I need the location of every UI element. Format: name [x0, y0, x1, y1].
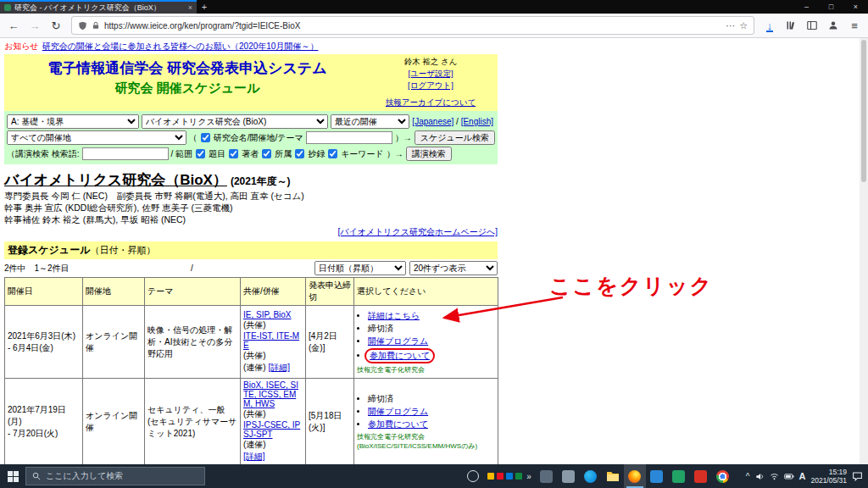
quick-launch-icon-3[interactable]: [506, 473, 513, 480]
app-icon-1[interactable]: [536, 464, 558, 488]
venue-select[interactable]: すべての開催地: [7, 130, 186, 145]
forward-button[interactable]: →: [25, 16, 44, 35]
checkbox-title[interactable]: [196, 149, 205, 158]
paperless-note: 技報完全電子化研究会 (BioX/ISEC/SITE/ICSS/EMM/HWSの…: [357, 432, 495, 451]
committee-line-3: 幹事補佐 鈴木 裕之 (群馬大), 早坂 昭裕 (NEC): [4, 214, 498, 225]
lang-japanese-link[interactable]: [Japanese]: [412, 117, 453, 126]
quick-launch-icon-1[interactable]: [487, 473, 494, 480]
address-bar[interactable]: https://www.ieice.org/ken/program/?tgid=…: [71, 16, 754, 35]
name-filter-checkbox[interactable]: [201, 133, 210, 142]
event-theme: セキュリティ、一般 (セキュリティサマーサミット2021): [145, 379, 241, 465]
submission-deadline: [4月2日(金)]: [306, 306, 354, 379]
shield-icon[interactable]: [78, 21, 87, 30]
group-homepage-link[interactable]: [バイオメトリクス研究会ホームページへ]: [337, 227, 498, 236]
menu-button[interactable]: ≡: [845, 16, 864, 35]
page-actions-icon[interactable]: ⋯: [726, 20, 735, 31]
network-icon[interactable]: [770, 472, 779, 481]
recent-select[interactable]: 最近の開催: [331, 114, 410, 129]
taskbar-clock[interactable]: 15:19 2021/05/31: [810, 468, 847, 485]
window-close-button[interactable]: ×: [843, 0, 868, 14]
app-icon-green[interactable]: [668, 464, 690, 488]
schedule-section-title: 登録スケジュール: [8, 244, 90, 256]
joint-societies-link[interactable]: ITE-IST, ITE-ME: [243, 331, 303, 350]
joint-detail-link[interactable]: [詳細]: [268, 363, 290, 372]
joint-note: (共催): [243, 319, 303, 331]
url-text[interactable]: https://www.ieice.org/ken/program/?tgid=…: [104, 21, 721, 30]
schedule-search-button[interactable]: スケジュール検索: [415, 130, 495, 145]
ime-indicator[interactable]: A: [799, 471, 806, 481]
chrome-icon[interactable]: [712, 464, 734, 488]
taskbar-search-placeholder: ここに入力して検索: [46, 470, 123, 482]
category-select[interactable]: A: 基礎・境界: [7, 114, 139, 129]
back-button[interactable]: ←: [4, 16, 23, 35]
society-select[interactable]: バイオメトリクス研究会 (BioX): [142, 114, 328, 129]
logout-link[interactable]: [ログアウト]: [408, 80, 453, 92]
reload-button[interactable]: ↻: [47, 16, 65, 35]
window-maximize-button[interactable]: □: [819, 0, 843, 14]
start-button[interactable]: [0, 464, 25, 488]
checkbox-title-label: 題目: [209, 148, 225, 160]
taskbar-search[interactable]: ここに入力して検索: [25, 467, 205, 485]
program-link[interactable]: 開催プログラム: [368, 407, 428, 416]
sort-select[interactable]: 日付順（昇順）: [314, 261, 406, 275]
details-link[interactable]: 詳細はこちら: [368, 311, 420, 320]
participation-fee-link[interactable]: 参加費について: [368, 419, 428, 429]
joint-societies-link[interactable]: BioX, ISEC, SITE, ICSS, EMM, HWS: [243, 380, 303, 408]
library-icon[interactable]: [782, 16, 800, 35]
notice-link[interactable]: 研究会の開催と会場に参加される皆様へのお願い（2020年10月開催～）: [42, 42, 319, 51]
schedule-sort-order: （日付・昇順）: [90, 245, 155, 255]
checkbox-author[interactable]: [229, 149, 238, 158]
per-page-select[interactable]: 20件ずつ表示: [409, 261, 498, 275]
browser-tab[interactable]: 研究会 - バイオメトリクス研究会（BioX） ×: [0, 0, 197, 14]
user-settings-link[interactable]: [ユーザ設定]: [408, 69, 453, 80]
window-minimize-button[interactable]: –: [794, 0, 819, 14]
column-header-select: 選択してください: [354, 278, 498, 306]
bookmark-star-icon[interactable]: ☆: [739, 20, 748, 31]
app-icon-red[interactable]: [690, 464, 712, 488]
range-label: / 範囲: [171, 148, 193, 160]
deadline-closed-label: 締切済: [368, 394, 393, 403]
participation-fee-link[interactable]: 参加費について: [370, 351, 430, 360]
checkbox-affiliation[interactable]: [262, 149, 271, 158]
quick-launch-icon-2[interactable]: [497, 473, 504, 480]
toolbar-overflow-chevron[interactable]: »: [526, 472, 531, 481]
schedule-keyword-input[interactable]: [306, 131, 392, 144]
talk-search-button[interactable]: 講演検索: [406, 147, 452, 161]
lang-english-link[interactable]: [English]: [461, 117, 493, 126]
app-icon-2[interactable]: [558, 464, 580, 488]
tab-title: 研究会 - バイオメトリクス研究会（BioX）: [14, 3, 185, 14]
tray-expand-chevron[interactable]: ^: [746, 472, 750, 481]
firefox-icon[interactable]: [624, 464, 646, 488]
cortana-icon[interactable]: [467, 470, 479, 482]
checkbox-keyword[interactable]: [328, 149, 337, 158]
joint-societies-link[interactable]: IPSJ-CSEC, IPSJ-SPT: [243, 420, 303, 439]
volume-icon[interactable]: [755, 472, 765, 481]
downloads-button[interactable]: ↓: [760, 16, 779, 35]
file-explorer-icon[interactable]: [602, 464, 624, 488]
checkbox-abstract[interactable]: [295, 149, 304, 158]
notification-center-icon[interactable]: [852, 471, 863, 481]
program-link[interactable]: 開催プログラム: [368, 336, 428, 346]
taskbar-apps: [536, 464, 734, 488]
joint-detail-link[interactable]: [詳細]: [243, 451, 303, 463]
schedule-table: 開催日 開催地 テーマ 共催/併催 発表申込締切 選択してください 2021年6…: [4, 277, 498, 464]
event-joint: BioX, ISEC, SITE, ICSS, EMM, HWS (共催) IP…: [241, 379, 306, 465]
quick-launch-icon-4[interactable]: [515, 473, 522, 480]
event-venue: オンライン開催: [83, 379, 145, 465]
scrollbar[interactable]: [860, 38, 868, 464]
account-icon[interactable]: [824, 16, 843, 35]
tab-close-icon[interactable]: ×: [188, 3, 192, 12]
table-row: 2021年7月19日(月) - 7月20日(火) オンライン開催 セキュリティ、…: [5, 379, 498, 465]
edge-icon[interactable]: [580, 464, 602, 488]
archive-link[interactable]: 技報アーカイブについて: [386, 97, 476, 108]
battery-icon[interactable]: [784, 472, 794, 480]
scrollbar-thumb[interactable]: [861, 40, 866, 182]
store-icon[interactable]: [646, 464, 668, 488]
talk-keyword-input[interactable]: [82, 147, 169, 160]
sidebar-icon[interactable]: [803, 16, 821, 35]
name-filter-open: （: [189, 132, 198, 144]
user-name: 鈴木 裕之 さん: [404, 57, 458, 68]
joint-note: (共催): [243, 350, 303, 362]
new-tab-button[interactable]: +: [197, 0, 212, 14]
joint-societies-link[interactable]: IE, SIP, BioX: [243, 310, 303, 319]
